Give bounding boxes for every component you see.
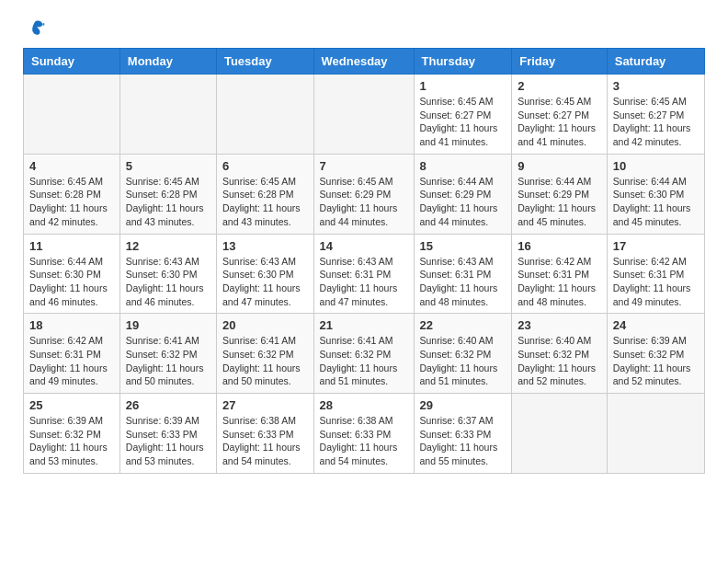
calendar-week-row: 1Sunrise: 6:45 AM Sunset: 6:27 PM Daylig… xyxy=(24,75,705,155)
col-header-friday: Friday xyxy=(512,49,607,75)
day-info: Sunrise: 6:43 AM Sunset: 6:31 PM Dayligh… xyxy=(320,255,408,309)
calendar-cell: 11Sunrise: 6:44 AM Sunset: 6:30 PM Dayli… xyxy=(24,234,120,314)
calendar-header-row: SundayMondayTuesdayWednesdayThursdayFrid… xyxy=(24,49,705,75)
day-number: 9 xyxy=(518,159,600,173)
calendar-cell: 26Sunrise: 6:39 AM Sunset: 6:33 PM Dayli… xyxy=(119,394,216,474)
day-number: 19 xyxy=(126,318,210,332)
calendar-cell: 3Sunrise: 6:45 AM Sunset: 6:27 PM Daylig… xyxy=(607,75,704,155)
day-info: Sunrise: 6:38 AM Sunset: 6:33 PM Dayligh… xyxy=(222,414,308,468)
day-info: Sunrise: 6:43 AM Sunset: 6:30 PM Dayligh… xyxy=(126,255,210,309)
day-number: 17 xyxy=(613,239,699,253)
day-info: Sunrise: 6:43 AM Sunset: 6:31 PM Dayligh… xyxy=(420,255,506,309)
day-info: Sunrise: 6:45 AM Sunset: 6:28 PM Dayligh… xyxy=(29,175,114,229)
day-number: 8 xyxy=(420,159,506,173)
day-number: 11 xyxy=(29,239,114,253)
day-info: Sunrise: 6:44 AM Sunset: 6:29 PM Dayligh… xyxy=(518,175,600,229)
day-info: Sunrise: 6:42 AM Sunset: 6:31 PM Dayligh… xyxy=(613,255,699,309)
col-header-sunday: Sunday xyxy=(24,49,120,75)
day-info: Sunrise: 6:40 AM Sunset: 6:32 PM Dayligh… xyxy=(518,334,600,388)
day-number: 10 xyxy=(613,159,699,173)
calendar-cell xyxy=(24,75,120,155)
day-info: Sunrise: 6:41 AM Sunset: 6:32 PM Dayligh… xyxy=(320,334,408,388)
day-number: 13 xyxy=(222,239,308,253)
calendar-cell: 4Sunrise: 6:45 AM Sunset: 6:28 PM Daylig… xyxy=(24,154,120,234)
calendar-week-row: 11Sunrise: 6:44 AM Sunset: 6:30 PM Dayli… xyxy=(24,234,705,314)
calendar-cell: 14Sunrise: 6:43 AM Sunset: 6:31 PM Dayli… xyxy=(313,234,414,314)
day-info: Sunrise: 6:45 AM Sunset: 6:28 PM Dayligh… xyxy=(222,175,308,229)
calendar-cell: 1Sunrise: 6:45 AM Sunset: 6:27 PM Daylig… xyxy=(414,75,512,155)
calendar-cell: 18Sunrise: 6:42 AM Sunset: 6:31 PM Dayli… xyxy=(24,314,120,394)
calendar-cell: 2Sunrise: 6:45 AM Sunset: 6:27 PM Daylig… xyxy=(512,75,607,155)
col-header-wednesday: Wednesday xyxy=(313,49,414,75)
day-info: Sunrise: 6:39 AM Sunset: 6:32 PM Dayligh… xyxy=(613,334,699,388)
day-info: Sunrise: 6:44 AM Sunset: 6:29 PM Dayligh… xyxy=(420,175,506,229)
day-info: Sunrise: 6:41 AM Sunset: 6:32 PM Dayligh… xyxy=(126,334,210,388)
day-number: 1 xyxy=(420,79,506,93)
calendar-cell xyxy=(607,394,704,474)
day-number: 3 xyxy=(613,79,699,93)
calendar-cell: 8Sunrise: 6:44 AM Sunset: 6:29 PM Daylig… xyxy=(414,154,512,234)
logo xyxy=(23,18,45,39)
day-number: 16 xyxy=(518,239,600,253)
day-number: 14 xyxy=(320,239,408,253)
logo-bird-icon xyxy=(25,18,45,39)
day-info: Sunrise: 6:40 AM Sunset: 6:32 PM Dayligh… xyxy=(420,334,506,388)
calendar-cell: 17Sunrise: 6:42 AM Sunset: 6:31 PM Dayli… xyxy=(607,234,704,314)
day-number: 24 xyxy=(613,318,699,332)
day-number: 27 xyxy=(222,398,308,412)
calendar-cell: 22Sunrise: 6:40 AM Sunset: 6:32 PM Dayli… xyxy=(414,314,512,394)
calendar-cell: 21Sunrise: 6:41 AM Sunset: 6:32 PM Dayli… xyxy=(313,314,414,394)
day-number: 26 xyxy=(126,398,210,412)
day-number: 5 xyxy=(126,159,210,173)
day-info: Sunrise: 6:39 AM Sunset: 6:33 PM Dayligh… xyxy=(126,414,210,468)
calendar-cell: 13Sunrise: 6:43 AM Sunset: 6:30 PM Dayli… xyxy=(216,234,313,314)
col-header-thursday: Thursday xyxy=(414,49,512,75)
day-info: Sunrise: 6:42 AM Sunset: 6:31 PM Dayligh… xyxy=(518,255,600,309)
day-info: Sunrise: 6:45 AM Sunset: 6:27 PM Dayligh… xyxy=(613,95,699,149)
day-info: Sunrise: 6:39 AM Sunset: 6:32 PM Dayligh… xyxy=(29,414,114,468)
day-number: 7 xyxy=(320,159,408,173)
calendar-cell xyxy=(216,75,313,155)
calendar-container: SundayMondayTuesdayWednesdayThursdayFrid… xyxy=(9,43,719,483)
day-number: 21 xyxy=(320,318,408,332)
day-info: Sunrise: 6:37 AM Sunset: 6:33 PM Dayligh… xyxy=(420,414,506,468)
calendar-week-row: 18Sunrise: 6:42 AM Sunset: 6:31 PM Dayli… xyxy=(24,314,705,394)
day-info: Sunrise: 6:44 AM Sunset: 6:30 PM Dayligh… xyxy=(29,255,114,309)
header xyxy=(9,9,719,43)
calendar-cell xyxy=(313,75,414,155)
calendar-cell: 23Sunrise: 6:40 AM Sunset: 6:32 PM Dayli… xyxy=(512,314,607,394)
day-number: 6 xyxy=(222,159,308,173)
calendar-cell xyxy=(512,394,607,474)
calendar-cell: 28Sunrise: 6:38 AM Sunset: 6:33 PM Dayli… xyxy=(313,394,414,474)
calendar-cell: 16Sunrise: 6:42 AM Sunset: 6:31 PM Dayli… xyxy=(512,234,607,314)
day-number: 29 xyxy=(420,398,506,412)
col-header-saturday: Saturday xyxy=(607,49,704,75)
day-info: Sunrise: 6:45 AM Sunset: 6:28 PM Dayligh… xyxy=(126,175,210,229)
calendar-cell: 7Sunrise: 6:45 AM Sunset: 6:29 PM Daylig… xyxy=(313,154,414,234)
calendar-week-row: 25Sunrise: 6:39 AM Sunset: 6:32 PM Dayli… xyxy=(24,394,705,474)
calendar-cell: 25Sunrise: 6:39 AM Sunset: 6:32 PM Dayli… xyxy=(24,394,120,474)
day-info: Sunrise: 6:45 AM Sunset: 6:27 PM Dayligh… xyxy=(518,95,600,149)
day-info: Sunrise: 6:42 AM Sunset: 6:31 PM Dayligh… xyxy=(29,334,114,388)
day-number: 4 xyxy=(29,159,114,173)
calendar-table: SundayMondayTuesdayWednesdayThursdayFrid… xyxy=(23,48,705,474)
day-info: Sunrise: 6:43 AM Sunset: 6:30 PM Dayligh… xyxy=(222,255,308,309)
calendar-cell: 9Sunrise: 6:44 AM Sunset: 6:29 PM Daylig… xyxy=(512,154,607,234)
calendar-cell: 15Sunrise: 6:43 AM Sunset: 6:31 PM Dayli… xyxy=(414,234,512,314)
day-number: 28 xyxy=(320,398,408,412)
day-number: 18 xyxy=(29,318,114,332)
day-number: 20 xyxy=(222,318,308,332)
day-number: 22 xyxy=(420,318,506,332)
day-info: Sunrise: 6:45 AM Sunset: 6:29 PM Dayligh… xyxy=(320,175,408,229)
day-number: 12 xyxy=(126,239,210,253)
calendar-cell: 6Sunrise: 6:45 AM Sunset: 6:28 PM Daylig… xyxy=(216,154,313,234)
day-info: Sunrise: 6:45 AM Sunset: 6:27 PM Dayligh… xyxy=(420,95,506,149)
calendar-cell: 29Sunrise: 6:37 AM Sunset: 6:33 PM Dayli… xyxy=(414,394,512,474)
calendar-cell: 12Sunrise: 6:43 AM Sunset: 6:30 PM Dayli… xyxy=(119,234,216,314)
calendar-cell: 20Sunrise: 6:41 AM Sunset: 6:32 PM Dayli… xyxy=(216,314,313,394)
day-number: 25 xyxy=(29,398,114,412)
col-header-tuesday: Tuesday xyxy=(216,49,313,75)
day-info: Sunrise: 6:41 AM Sunset: 6:32 PM Dayligh… xyxy=(222,334,308,388)
col-header-monday: Monday xyxy=(119,49,216,75)
day-info: Sunrise: 6:38 AM Sunset: 6:33 PM Dayligh… xyxy=(320,414,408,468)
